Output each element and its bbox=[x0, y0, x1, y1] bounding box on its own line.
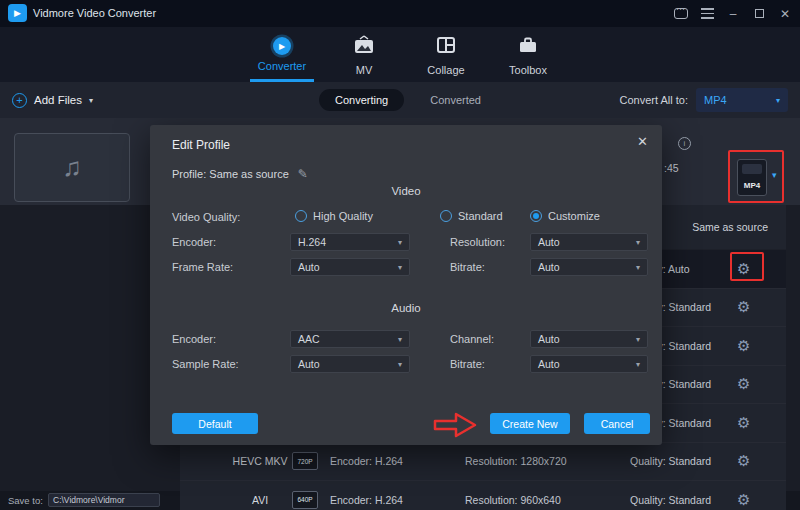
app-window: Vidmore Video Converter – ✕ Converter MV… bbox=[0, 0, 800, 510]
file-duration: :45 bbox=[664, 162, 679, 174]
audio-bitrate-select[interactable]: Auto bbox=[530, 355, 648, 373]
tab-label: MV bbox=[356, 64, 373, 76]
format-icon-label: MP4 bbox=[744, 181, 760, 190]
minimize-button[interactable]: – bbox=[720, 0, 746, 27]
bitrate-select[interactable]: Auto bbox=[530, 258, 648, 276]
profile-encoder: Encoder: H.264 bbox=[330, 455, 403, 467]
tab-converted[interactable]: Converted bbox=[430, 94, 481, 106]
profile-encoder: Encoder: H.264 bbox=[330, 494, 403, 506]
bitrate-label: Bitrate: bbox=[450, 258, 485, 276]
output-format-button[interactable]: MP4 bbox=[737, 159, 767, 196]
save-to-label: Save to: bbox=[8, 495, 43, 506]
info-icon[interactable] bbox=[678, 137, 691, 150]
channel-select[interactable]: Auto bbox=[530, 330, 648, 348]
radio-label: Customize bbox=[548, 210, 600, 222]
resolution-label: Resolution: bbox=[450, 233, 505, 251]
create-new-button[interactable]: Create New bbox=[490, 413, 570, 434]
convert-all-label: Convert All to: bbox=[620, 94, 688, 106]
file-thumbnail bbox=[14, 133, 130, 202]
tab-label: Collage bbox=[427, 64, 464, 76]
mv-icon bbox=[353, 35, 375, 59]
tab-converter[interactable]: Converter bbox=[244, 35, 320, 76]
chevron-down-icon bbox=[636, 335, 640, 344]
convert-state-tabs: Converting Converted bbox=[319, 82, 481, 118]
gear-icon[interactable] bbox=[737, 452, 750, 470]
format-dropdown-caret[interactable] bbox=[772, 170, 777, 180]
menu-button[interactable] bbox=[694, 0, 720, 27]
resolution-select[interactable]: Auto bbox=[530, 233, 648, 251]
chevron-down-icon bbox=[398, 263, 402, 272]
chevron-down-icon bbox=[636, 238, 640, 247]
tab-label: Converter bbox=[258, 60, 306, 72]
profile-name: HEVC MKV bbox=[220, 455, 300, 467]
cancel-button[interactable]: Cancel bbox=[584, 413, 650, 434]
select-value: H.264 bbox=[298, 236, 394, 248]
gear-icon[interactable] bbox=[737, 491, 750, 509]
tab-toolbox[interactable]: Toolbox bbox=[490, 35, 566, 76]
close-button[interactable]: ✕ bbox=[772, 0, 798, 27]
radio-label: High Quality bbox=[313, 210, 373, 222]
convert-all-format-dropdown[interactable]: MP4 bbox=[696, 88, 788, 112]
gear-icon[interactable] bbox=[737, 375, 750, 393]
resolution-badge: 720P bbox=[292, 452, 318, 470]
select-value: Auto bbox=[298, 358, 394, 370]
default-button[interactable]: Default bbox=[172, 413, 258, 434]
sample-rate-select[interactable]: Auto bbox=[290, 355, 410, 373]
select-value: Auto bbox=[538, 236, 632, 248]
frame-rate-select[interactable]: Auto bbox=[290, 258, 410, 276]
chevron-down-icon bbox=[398, 335, 402, 344]
convert-all-value: MP4 bbox=[704, 94, 776, 106]
converter-icon bbox=[273, 37, 291, 55]
profile-line-text: Profile: Same as source bbox=[172, 168, 289, 180]
radio-customize[interactable]: Customize bbox=[530, 210, 600, 222]
chevron-down-icon bbox=[776, 96, 780, 105]
selected-profile-text: Same as source bbox=[692, 221, 768, 233]
collage-icon bbox=[436, 35, 456, 59]
gear-icon[interactable] bbox=[737, 414, 750, 432]
select-value: Auto bbox=[538, 358, 632, 370]
edit-pencil-icon[interactable] bbox=[298, 167, 308, 181]
encoder-select[interactable]: H.264 bbox=[290, 233, 410, 251]
chevron-down-icon bbox=[636, 360, 640, 369]
music-note-icon bbox=[62, 152, 82, 183]
toolbar: Add Files Converting Converted Convert A… bbox=[0, 82, 800, 118]
add-files-label: Add Files bbox=[34, 94, 82, 106]
tab-collage[interactable]: Collage bbox=[408, 35, 484, 76]
dialog-close-icon[interactable] bbox=[637, 134, 648, 149]
radio-high-quality[interactable]: High Quality bbox=[295, 210, 373, 222]
encoder-label: Encoder: bbox=[172, 233, 216, 251]
resolution-badge: 640P bbox=[292, 491, 318, 509]
save-path-input[interactable]: C:\Vidmore\Vidmor bbox=[48, 493, 160, 507]
select-value: Auto bbox=[538, 333, 632, 345]
window-controls: – ✕ bbox=[668, 0, 798, 27]
select-value: Auto bbox=[538, 261, 632, 273]
feedback-button[interactable] bbox=[668, 0, 694, 27]
gear-icon[interactable] bbox=[737, 298, 750, 316]
plus-icon bbox=[12, 93, 27, 108]
radio-standard[interactable]: Standard bbox=[440, 210, 503, 222]
profile-row[interactable]: AVI 640P Encoder: H.264 Resolution: 960x… bbox=[180, 480, 786, 510]
audio-encoder-label: Encoder: bbox=[172, 330, 216, 348]
feedback-icon bbox=[674, 8, 688, 19]
maximize-button[interactable] bbox=[746, 0, 772, 27]
gear-icon[interactable] bbox=[737, 337, 750, 355]
radio-icon bbox=[295, 210, 307, 222]
main-nav: Converter MV Collage Toolbox bbox=[0, 27, 800, 82]
convert-all-group: Convert All to: MP4 bbox=[620, 82, 788, 118]
audio-section-title: Audio bbox=[150, 302, 662, 314]
radio-selected-icon bbox=[530, 210, 542, 222]
profile-resolution: Resolution: 1280x720 bbox=[465, 455, 567, 467]
add-files-button[interactable]: Add Files bbox=[12, 82, 93, 118]
profile-row[interactable]: HEVC MKV 720P Encoder: H.264 Resolution:… bbox=[180, 442, 786, 481]
gear-icon[interactable] bbox=[737, 260, 750, 278]
sample-rate-label: Sample Rate: bbox=[172, 355, 239, 373]
select-value: Auto bbox=[298, 261, 394, 273]
maximize-icon bbox=[755, 9, 764, 18]
profile-quality: Quality: Standard bbox=[630, 494, 711, 506]
audio-encoder-select[interactable]: AAC bbox=[290, 330, 410, 348]
tab-converting[interactable]: Converting bbox=[319, 89, 404, 111]
edit-profile-dialog: Edit Profile Profile: Same as source Vid… bbox=[150, 125, 662, 445]
tab-mv[interactable]: MV bbox=[326, 35, 402, 76]
hamburger-icon bbox=[701, 8, 714, 19]
video-section-title: Video bbox=[150, 185, 662, 197]
